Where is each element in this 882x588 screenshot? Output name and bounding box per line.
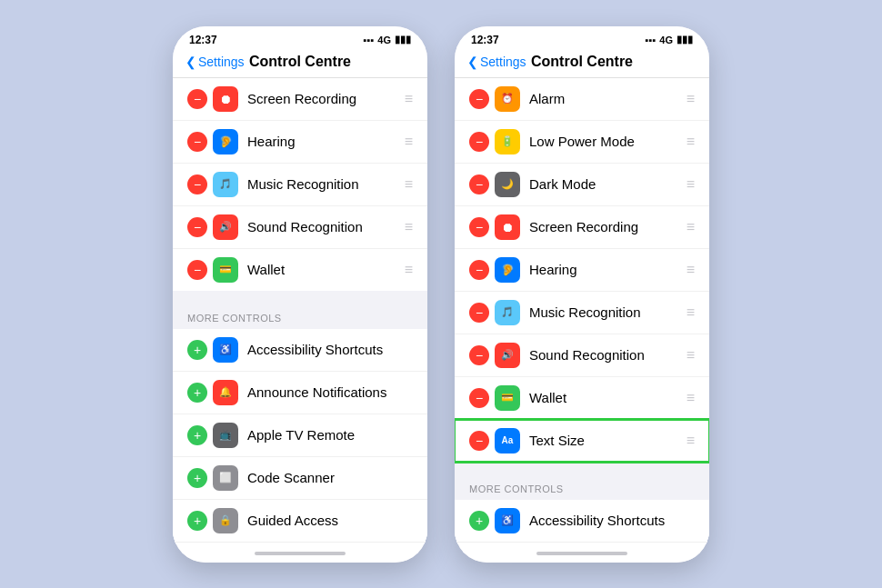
drag-handle[interactable]: ≡ bbox=[687, 390, 695, 406]
list-item-announce-1[interactable]: + 🔔 Announce Notifications bbox=[173, 372, 427, 414]
hearing-label-2: Hearing bbox=[529, 262, 681, 277]
remove-button[interactable]: − bbox=[469, 345, 489, 365]
list-item-wallet-2[interactable]: − 💳 Wallet ≡ bbox=[455, 377, 709, 420]
wallet-icon: 💳 bbox=[213, 257, 238, 283]
scroll-area-1[interactable]: − ⏺ Screen Recording ≡ − 🦻 Hearing ≡ − 🎵… bbox=[173, 78, 427, 544]
drag-handle[interactable]: ≡ bbox=[687, 91, 695, 107]
page-title-2: Control Centre bbox=[531, 54, 633, 70]
text-size-label-2: Text Size bbox=[529, 433, 681, 448]
music-recognition-label-2: Music Recognition bbox=[529, 304, 681, 320]
hearing-icon: 🦻 bbox=[213, 129, 238, 154]
page-title-1: Control Centre bbox=[249, 54, 351, 70]
list-item-accessibility-1[interactable]: + ♿ Accessibility Shortcuts bbox=[173, 329, 427, 372]
drag-handle[interactable]: ≡ bbox=[687, 262, 695, 278]
remove-button[interactable]: − bbox=[469, 388, 489, 408]
drag-handle[interactable]: ≡ bbox=[405, 262, 413, 278]
add-button[interactable]: + bbox=[187, 511, 207, 531]
guided-access-icon: 🔒 bbox=[213, 508, 238, 533]
drag-handle[interactable]: ≡ bbox=[687, 134, 695, 150]
low-power-icon: 🔋 bbox=[495, 129, 520, 154]
remove-button[interactable]: − bbox=[469, 174, 489, 194]
codescanner-icon: ⬜ bbox=[213, 465, 238, 491]
back-label-2: Settings bbox=[480, 55, 526, 69]
add-button[interactable]: + bbox=[187, 383, 207, 403]
back-label-1: Settings bbox=[198, 55, 245, 69]
chevron-left-icon: ❮ bbox=[185, 55, 196, 69]
list-item-low-power-2[interactable]: − 🔋 Low Power Mode ≡ bbox=[455, 121, 709, 164]
list-item-codescanner-1[interactable]: + ⬜ Code Scanner bbox=[173, 457, 427, 500]
remove-button[interactable]: − bbox=[187, 217, 207, 237]
remove-button[interactable]: − bbox=[187, 260, 207, 280]
list-item-hearing-1[interactable]: − 🦻 Hearing ≡ bbox=[173, 121, 427, 164]
text-size-icon-2: Aa bbox=[495, 428, 520, 453]
wallet-label-2: Wallet bbox=[529, 390, 681, 405]
remove-button[interactable]: − bbox=[187, 89, 207, 109]
wallet-icon-2: 💳 bbox=[495, 385, 520, 411]
sound-recognition-label: Sound Recognition bbox=[247, 219, 399, 234]
network-type: 4G bbox=[377, 35, 391, 45]
list-item-alarm-2[interactable]: − ⏰ Alarm ≡ bbox=[455, 78, 709, 121]
add-button[interactable]: + bbox=[187, 340, 207, 360]
list-item-screen-recording-2[interactable]: − ⏺ Screen Recording ≡ bbox=[455, 206, 709, 249]
divider-2 bbox=[455, 462, 709, 471]
more-controls-section-1: + ♿ Accessibility Shortcuts + 🔔 Announce… bbox=[173, 329, 427, 544]
chevron-left-icon-2: ❮ bbox=[467, 55, 478, 69]
list-item-music-recognition-1[interactable]: − 🎵 Music Recognition ≡ bbox=[173, 164, 427, 206]
back-button-1[interactable]: ❮ Settings bbox=[185, 55, 245, 69]
sound-recognition-label-2: Sound Recognition bbox=[529, 347, 681, 363]
list-item-sound-recognition-2[interactable]: − 🔊 Sound Recognition ≡ bbox=[455, 334, 709, 377]
add-button[interactable]: + bbox=[187, 468, 207, 488]
remove-button[interactable]: − bbox=[187, 132, 207, 152]
battery-icon: ▮▮▮ bbox=[395, 34, 411, 45]
list-item-hearing-2[interactable]: − 🦻 Hearing ≡ bbox=[455, 249, 709, 292]
hearing-label: Hearing bbox=[247, 134, 399, 149]
list-item-appletv-1[interactable]: + 📺 Apple TV Remote bbox=[173, 414, 427, 457]
accessibility-label-2: Accessibility Shortcuts bbox=[529, 513, 695, 528]
nav-bar-2: ❮ Settings Control Centre bbox=[455, 50, 709, 78]
drag-handle[interactable]: ≡ bbox=[405, 91, 413, 107]
drag-handle[interactable]: ≡ bbox=[405, 219, 413, 235]
home-bar-1 bbox=[255, 552, 346, 555]
drag-handle[interactable]: ≡ bbox=[405, 176, 413, 193]
alarm-label: Alarm bbox=[529, 91, 681, 106]
list-item-music-recognition-2[interactable]: − 🎵 Music Recognition ≡ bbox=[455, 292, 709, 334]
accessibility-icon-2: ♿ bbox=[495, 508, 520, 533]
remove-button[interactable]: − bbox=[469, 132, 489, 152]
accessibility-label: Accessibility Shortcuts bbox=[247, 342, 413, 357]
more-controls-label-1: MORE CONTROLS bbox=[173, 300, 427, 329]
remove-button[interactable]: − bbox=[187, 174, 207, 194]
list-item-dark-mode-2[interactable]: − 🌙 Dark Mode ≡ bbox=[455, 164, 709, 206]
phone-2: 12:37 ▪▪▪ 4G ▮▮▮ ❮ Settings Control Cent… bbox=[455, 26, 709, 563]
battery-icon-2: ▮▮▮ bbox=[677, 34, 693, 45]
remove-button[interactable]: − bbox=[469, 217, 489, 237]
music-recognition-icon: 🎵 bbox=[213, 172, 238, 197]
drag-handle[interactable]: ≡ bbox=[687, 433, 695, 449]
included-section-1: − ⏺ Screen Recording ≡ − 🦻 Hearing ≡ − 🎵… bbox=[173, 78, 427, 291]
list-item-sound-recognition-1[interactable]: − 🔊 Sound Recognition ≡ bbox=[173, 206, 427, 249]
screen-recording-label-2: Screen Recording bbox=[529, 219, 681, 234]
list-item-screen-recording-1[interactable]: − ⏺ Screen Recording ≡ bbox=[173, 78, 427, 121]
remove-button[interactable]: − bbox=[469, 260, 489, 280]
list-item-text-size-2[interactable]: − Aa Text Size ≡ bbox=[455, 420, 709, 462]
drag-handle[interactable]: ≡ bbox=[687, 176, 695, 193]
announce-label: Announce Notifications bbox=[247, 384, 413, 400]
add-button[interactable]: + bbox=[187, 425, 207, 445]
add-button[interactable]: + bbox=[469, 511, 489, 531]
remove-button[interactable]: − bbox=[469, 303, 489, 323]
list-item-accessibility-2[interactable]: + ♿ Accessibility Shortcuts bbox=[455, 500, 709, 543]
remove-button[interactable]: − bbox=[469, 431, 489, 451]
drag-handle[interactable]: ≡ bbox=[687, 304, 695, 321]
back-button-2[interactable]: ❮ Settings bbox=[467, 55, 526, 69]
drag-handle[interactable]: ≡ bbox=[687, 219, 695, 235]
time-1: 12:37 bbox=[189, 34, 217, 46]
music-recognition-label: Music Recognition bbox=[247, 176, 399, 192]
remove-button[interactable]: − bbox=[469, 89, 489, 109]
list-item-guided-access-1[interactable]: + 🔒 Guided Access bbox=[173, 500, 427, 543]
home-indicator-2 bbox=[455, 544, 709, 563]
codescanner-label: Code Scanner bbox=[247, 470, 413, 485]
drag-handle[interactable]: ≡ bbox=[687, 347, 695, 364]
scroll-area-2[interactable]: − ⏰ Alarm ≡ − 🔋 Low Power Mode ≡ − 🌙 Dar… bbox=[455, 78, 709, 544]
drag-handle[interactable]: ≡ bbox=[405, 134, 413, 150]
phone-1: 12:37 ▪▪▪ 4G ▮▮▮ ❮ Settings Control Cent… bbox=[173, 26, 427, 563]
list-item-wallet-1[interactable]: − 💳 Wallet ≡ bbox=[173, 249, 427, 291]
